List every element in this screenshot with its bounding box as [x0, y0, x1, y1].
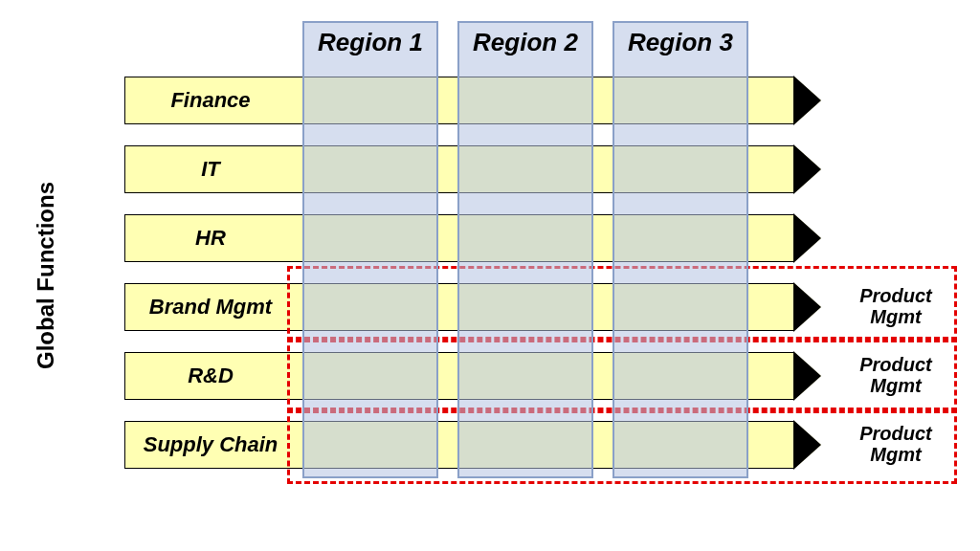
arrow-head-icon [794, 214, 821, 262]
function-label: HR [195, 226, 226, 251]
function-label: Supply Chain [144, 432, 278, 457]
function-label: Brand Mgmt [149, 295, 272, 320]
arrow-label-cell: Finance [124, 77, 297, 124]
function-label: R&D [188, 364, 234, 388]
diagram-canvas: Global Functions Finance IT HR Brand Mgm… [0, 0, 980, 551]
product-mgmt-label: Product Mgmt [838, 423, 953, 465]
product-mgmt-label: Product Mgmt [838, 285, 953, 327]
region-column: Region 1 [302, 21, 438, 478]
arrow-label-cell: R&D [124, 352, 297, 400]
region-header: Region 3 [614, 28, 746, 57]
axis-label: Global Functions [33, 182, 59, 369]
arrow-label-cell: HR [124, 214, 297, 262]
arrow-head-icon [794, 77, 821, 124]
product-mgmt-label: Product Mgmt [838, 354, 953, 396]
arrow-head-icon [794, 145, 821, 193]
arrow-label-cell: Supply Chain [124, 421, 297, 469]
region-column: Region 3 [612, 21, 748, 478]
arrow-label-cell: Brand Mgmt [124, 283, 297, 331]
function-label: Finance [170, 88, 250, 113]
arrow-label-cell: IT [124, 145, 297, 193]
region-header: Region 2 [459, 28, 591, 57]
region-column: Region 2 [457, 21, 593, 478]
function-label: IT [201, 157, 220, 182]
region-header: Region 1 [304, 28, 436, 57]
